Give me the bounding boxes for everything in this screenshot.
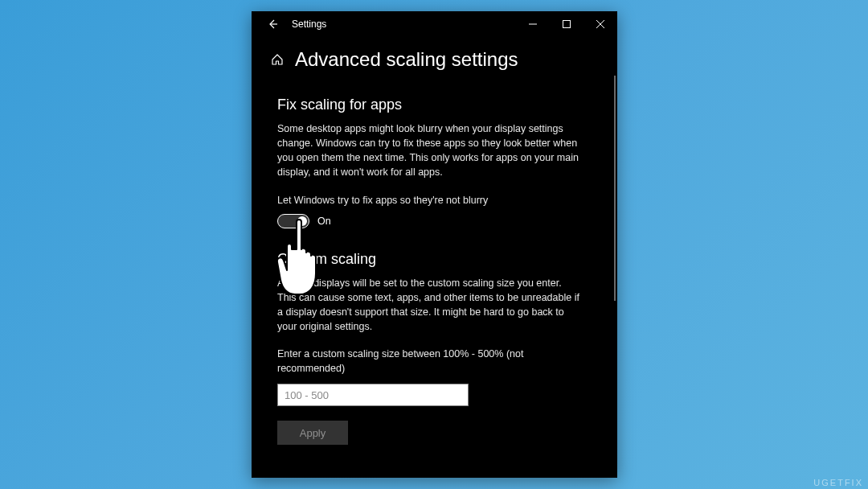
fix-blurry-toggle-label: Let Windows try to fix apps so they're n…: [277, 193, 583, 208]
custom-scaling-input[interactable]: [277, 384, 469, 406]
maximize-icon: [563, 20, 571, 28]
app-title: Settings: [292, 18, 516, 30]
custom-scaling-input-label: Enter a custom scaling size between 100%…: [277, 347, 583, 376]
minimize-button[interactable]: [516, 11, 550, 37]
page-title: Advanced scaling settings: [295, 48, 518, 71]
back-arrow-icon: [267, 18, 278, 30]
scrollbar[interactable]: [614, 76, 616, 301]
settings-window: Settings Advanced scaling settings Fix s…: [252, 11, 617, 478]
fix-scaling-title: Fix scaling for apps: [277, 97, 592, 113]
custom-scaling-desc: All your displays will be set to the cus…: [277, 276, 583, 335]
home-icon[interactable]: [271, 53, 284, 66]
close-icon: [596, 20, 604, 28]
watermark: UGETFIX: [813, 478, 863, 487]
custom-scaling-title: Custom scaling: [277, 251, 592, 268]
close-button[interactable]: [583, 11, 617, 37]
svg-rect-0: [563, 21, 571, 28]
content-area: Fix scaling for apps Some desktop apps m…: [252, 77, 617, 445]
fix-scaling-desc: Some desktop apps might look blurry when…: [277, 121, 583, 180]
titlebar: Settings: [252, 11, 617, 37]
maximize-button[interactable]: [550, 11, 583, 37]
fix-blurry-toggle[interactable]: [277, 214, 309, 228]
back-button[interactable]: [260, 11, 285, 37]
toggle-row: On: [277, 214, 592, 228]
minimize-icon: [529, 20, 537, 28]
toggle-state-text: On: [317, 216, 331, 227]
window-controls: [516, 11, 617, 37]
header: Advanced scaling settings: [252, 37, 617, 77]
toggle-knob: [297, 216, 307, 226]
apply-button[interactable]: Apply: [277, 421, 348, 445]
